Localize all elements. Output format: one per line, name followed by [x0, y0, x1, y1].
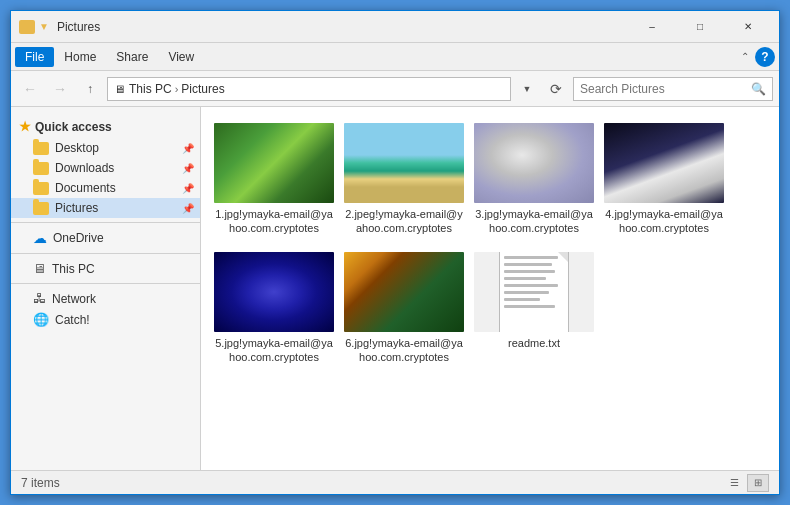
sidebar-item-downloads[interactable]: Downloads 📌 [11, 158, 200, 178]
back-button[interactable]: ← [17, 76, 43, 102]
back-arrow-icon: ▼ [39, 21, 49, 32]
network-icon: 🖧 [33, 291, 46, 306]
sidebar: ★ Quick access Desktop 📌 Downloads 📌 Doc… [11, 107, 201, 470]
window-title: Pictures [57, 20, 629, 34]
file-item-4[interactable]: 4.jpg!ymayka-email@yahoo.com.cryptotes [599, 115, 729, 244]
item-count: 7 items [21, 476, 60, 490]
pin-icon-pictures: 📌 [182, 203, 194, 214]
main-content: ★ Quick access Desktop 📌 Downloads 📌 Doc… [11, 107, 779, 470]
file-item-readme[interactable]: readme.txt [469, 244, 599, 373]
sidebar-onedrive-label: OneDrive [53, 231, 104, 245]
path-icon: 🖥 [114, 83, 125, 95]
ribbon-collapse-icon[interactable]: ⌃ [735, 47, 755, 67]
file-thumb-6 [344, 252, 464, 332]
search-input[interactable] [580, 82, 751, 96]
pin-icon-desktop: 📌 [182, 143, 194, 154]
sidebar-thispc-label: This PC [52, 262, 95, 276]
file-area: 1.jpg!ymayka-email@yahoo.com.cryptotes 2… [201, 107, 779, 470]
maximize-button[interactable]: □ [677, 11, 723, 43]
sidebar-item-desktop[interactable]: Desktop 📌 [11, 138, 200, 158]
search-box: 🔍 [573, 77, 773, 101]
path-thispc: This PC [129, 82, 172, 96]
folder-icon-downloads [33, 162, 49, 175]
close-button[interactable]: ✕ [725, 11, 771, 43]
folder-icon-documents [33, 182, 49, 195]
address-bar: ← → ↑ 🖥 This PC › Pictures ▼ ⟳ 🔍 [11, 71, 779, 107]
pc-icon: 🖥 [33, 261, 46, 276]
sidebar-catch-label: Catch! [55, 313, 90, 327]
pin-icon-downloads: 📌 [182, 163, 194, 174]
pin-icon-documents: 📌 [182, 183, 194, 194]
sidebar-downloads-label: Downloads [55, 161, 114, 175]
sidebar-item-catch[interactable]: 🌐 Catch! [11, 309, 200, 330]
file-name-2: 2.jpeg!ymayka-email@yahoo.com.cryptotes [344, 207, 464, 236]
sidebar-divider-3 [11, 283, 200, 284]
window-controls: – □ ✕ [629, 11, 771, 43]
file-thumb-3 [474, 123, 594, 203]
path-pictures: Pictures [181, 82, 224, 96]
file-item-2[interactable]: 2.jpeg!ymayka-email@yahoo.com.cryptotes [339, 115, 469, 244]
forward-button[interactable]: → [47, 76, 73, 102]
up-button[interactable]: ↑ [77, 76, 103, 102]
sidebar-item-pictures[interactable]: Pictures 📌 [11, 198, 200, 218]
details-view-button[interactable]: ☰ [723, 474, 745, 492]
menu-share[interactable]: Share [106, 47, 158, 67]
file-item-5[interactable]: 5.jpg!ymayka-email@yahoo.com.cryptotes [209, 244, 339, 373]
file-thumb-readme [474, 252, 594, 332]
catch-icon: 🌐 [33, 312, 49, 327]
star-icon: ★ [19, 119, 31, 134]
tiles-view-button[interactable]: ⊞ [747, 474, 769, 492]
file-name-3: 3.jpg!ymayka-email@yahoo.com.cryptotes [474, 207, 594, 236]
file-item-6[interactable]: 6.jpg!ymayka-email@yahoo.com.cryptotes [339, 244, 469, 373]
search-icon[interactable]: 🔍 [751, 82, 766, 96]
folder-icon-small [19, 20, 35, 34]
refresh-button[interactable]: ⟳ [543, 76, 569, 102]
file-thumb-4 [604, 123, 724, 203]
sidebar-documents-label: Documents [55, 181, 116, 195]
sidebar-quick-access[interactable]: ★ Quick access [11, 115, 200, 138]
txt-document-icon [499, 252, 569, 332]
onedrive-icon: ☁ [33, 230, 47, 246]
sidebar-item-documents[interactable]: Documents 📌 [11, 178, 200, 198]
folder-icon-desktop [33, 142, 49, 155]
minimize-button[interactable]: – [629, 11, 675, 43]
explorer-window: ▼ Pictures – □ ✕ File Home Share View ⌃ … [10, 10, 780, 495]
sidebar-item-network[interactable]: 🖧 Network [11, 288, 200, 309]
sidebar-item-onedrive[interactable]: ☁ OneDrive [11, 227, 200, 249]
menu-home[interactable]: Home [54, 47, 106, 67]
view-buttons: ☰ ⊞ [723, 474, 769, 492]
file-thumb-1 [214, 123, 334, 203]
sidebar-divider-1 [11, 222, 200, 223]
file-name-5: 5.jpg!ymayka-email@yahoo.com.cryptotes [214, 336, 334, 365]
file-item-3[interactable]: 3.jpg!ymayka-email@yahoo.com.cryptotes [469, 115, 599, 244]
file-name-readme: readme.txt [508, 336, 560, 350]
sidebar-divider-2 [11, 253, 200, 254]
menu-file[interactable]: File [15, 47, 54, 67]
title-bar-icons: ▼ [19, 20, 49, 34]
sidebar-desktop-label: Desktop [55, 141, 99, 155]
sidebar-pictures-label: Pictures [55, 201, 98, 215]
file-thumb-5 [214, 252, 334, 332]
path-sep-1: › [175, 83, 179, 95]
file-name-1: 1.jpg!ymayka-email@yahoo.com.cryptotes [214, 207, 334, 236]
title-bar: ▼ Pictures – □ ✕ [11, 11, 779, 43]
sidebar-network-label: Network [52, 292, 96, 306]
address-dropdown-icon[interactable]: ▼ [515, 77, 539, 101]
file-name-6: 6.jpg!ymayka-email@yahoo.com.cryptotes [344, 336, 464, 365]
address-path[interactable]: 🖥 This PC › Pictures [107, 77, 511, 101]
folder-icon-pictures [33, 202, 49, 215]
file-name-4: 4.jpg!ymayka-email@yahoo.com.cryptotes [604, 207, 724, 236]
menu-bar: File Home Share View ⌃ ? [11, 43, 779, 71]
sidebar-item-thispc[interactable]: 🖥 This PC [11, 258, 200, 279]
file-item-1[interactable]: 1.jpg!ymayka-email@yahoo.com.cryptotes [209, 115, 339, 244]
menu-view[interactable]: View [158, 47, 204, 67]
file-thumb-2 [344, 123, 464, 203]
help-button[interactable]: ? [755, 47, 775, 67]
status-bar: 7 items ☰ ⊞ [11, 470, 779, 494]
quick-access-label: Quick access [35, 120, 112, 134]
